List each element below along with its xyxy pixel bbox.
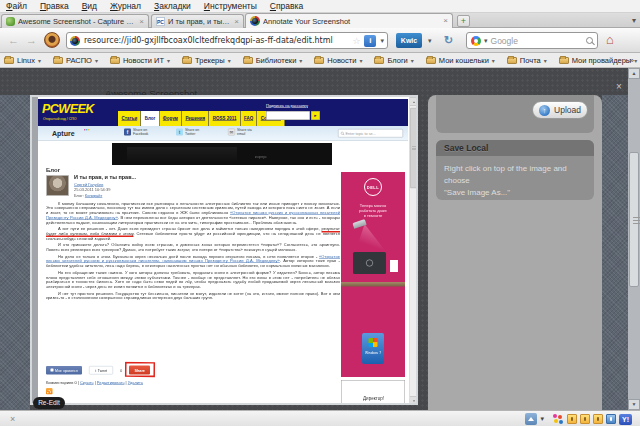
bookmark-folder-trackers[interactable]: Трекеры▾: [182, 56, 231, 65]
speed-dial-icon[interactable]: [553, 414, 564, 425]
search-bar[interactable]: ▾ Google: [466, 32, 598, 49]
menu-help[interactable]: Справка: [270, 1, 303, 11]
url-text[interactable]: resource://jid0-gxjllfbcoax0lcltedfrekqd…: [84, 36, 348, 45]
webmoney-purse-icon[interactable]: [567, 414, 577, 424]
addon-round-icon[interactable]: [44, 32, 60, 48]
folder-icon: [182, 57, 192, 64]
pcweek-nav-tabs: Статьи Блог Форум Решения ROSS 2011 FAQ …: [118, 111, 285, 126]
bookmark-folder-linux[interactable]: Linux▾: [4, 56, 41, 65]
chevron-down-icon: ▾: [38, 57, 41, 64]
bookmark-folder-raspo[interactable]: РАСПО▾: [53, 56, 98, 65]
menu-history[interactable]: Журнал: [110, 1, 141, 11]
refresh-icon[interactable]: ↻: [444, 34, 453, 47]
rss-icon: [46, 388, 53, 395]
page-left-margin: [32, 97, 38, 405]
scrollbar-thumb[interactable]: [629, 152, 639, 287]
article-date: 25.03.2011 10:54:39: [74, 188, 110, 193]
image-scrollbar[interactable]: ▲ ▼: [409, 97, 418, 405]
banner-ad-artwork: [127, 147, 237, 161]
tab-label: И ты прав, и ты прав...: [168, 17, 231, 26]
kwic-addon-button[interactable]: Kwic: [396, 33, 422, 48]
banner-ad: корпус: [112, 143, 332, 165]
search-magnifier-icon[interactable]: [586, 37, 593, 44]
back-button[interactable]: ←: [8, 35, 19, 46]
page-info-icon[interactable]: i: [364, 35, 376, 47]
bookmark-star-icon[interactable]: ☆: [352, 36, 360, 46]
tab-close-icon[interactable]: ×: [234, 18, 239, 26]
bookmark-folder-mail[interactable]: Почта▾: [507, 56, 547, 65]
menu-file[interactable]: Файл: [6, 1, 27, 11]
bookmark-folder-wallets[interactable]: Мои кошельки▾: [426, 56, 495, 65]
tab-annotate[interactable]: Annotate Your Screenshot ×: [245, 13, 453, 28]
apture-search-input: Enter topic to se...: [338, 129, 403, 138]
chevron-down-icon[interactable]: ▾: [540, 415, 544, 423]
lamp-beam: [355, 224, 387, 253]
webmoney-purse-icon[interactable]: [593, 414, 603, 424]
search-engine-dropdown-icon[interactable]: ▾: [484, 37, 488, 45]
menu-edit[interactable]: Правка: [40, 1, 69, 11]
bookmark-folder-libraries[interactable]: Библиотеки▾: [243, 56, 303, 65]
webmoney-purse-icon[interactable]: [606, 414, 616, 424]
windows-flag-icon: [369, 338, 378, 347]
upload-section: ↑ Upload: [436, 95, 594, 133]
dell-headline: Теперь можноработать дажев темноте: [341, 203, 405, 218]
upload-button[interactable]: ↑ Upload: [532, 101, 588, 119]
new-tab-button[interactable]: +: [457, 15, 470, 27]
dell-laptop-image: [353, 252, 386, 274]
annotator-side-panel: ↑ Upload Save Local Right click on top o…: [428, 95, 602, 410]
folder-icon: [53, 57, 63, 64]
tab-blog-post[interactable]: PC И ты прав, и ты прав... ×: [151, 14, 244, 28]
pcweek-tab: Статьи: [118, 111, 141, 126]
kwic-dropdown-icon[interactable]: ▾: [428, 37, 432, 45]
home-icon[interactable]: ⌂: [606, 33, 614, 46]
bookmark-folder-providers[interactable]: Мои провайдеры▾: [559, 56, 638, 65]
folder-icon: [110, 57, 120, 64]
bookmarks-overflow-icon[interactable]: »: [630, 56, 634, 65]
pcweek-tab: FAQ: [240, 111, 257, 126]
tweet-count: 0: [120, 368, 122, 373]
folder-icon: [559, 57, 569, 64]
facebook-like-button: Мне нравится: [46, 366, 82, 375]
page-scrollbar[interactable]: ▲ ▼: [628, 68, 640, 410]
twitter-icon: t: [176, 129, 183, 136]
menu-tools[interactable]: Инструменты: [204, 1, 257, 11]
tab-list-chevron-icon[interactable]: ▾: [632, 16, 636, 25]
folder-icon: [426, 57, 436, 64]
reedit-button[interactable]: Re-Edit: [33, 397, 65, 409]
browser-window: Файл Правка Вид Журнал Закладки Инструме…: [0, 0, 640, 426]
subscribe-button: ▸: [311, 111, 320, 120]
webmoney-purse-icon[interactable]: [580, 414, 590, 424]
yahoo-icon[interactable]: Y!: [619, 414, 632, 425]
url-bar[interactable]: resource://jid0-gxjllfbcoax0lcltedfrekqd…: [66, 32, 388, 49]
pcweek-tab: Решения: [182, 111, 209, 126]
paper-sheet: [390, 260, 398, 272]
scroll-down-icon[interactable]: ▼: [410, 396, 419, 405]
scroll-up-icon[interactable]: ▲: [410, 97, 419, 106]
scroll-down-icon[interactable]: ▼: [628, 399, 640, 410]
bookmark-folder-blogs[interactable]: Блоги▾: [374, 56, 413, 65]
chevron-down-icon: ▾: [411, 57, 414, 64]
like-icon: [50, 369, 53, 372]
forward-button[interactable]: →: [26, 35, 37, 46]
scroll-up-icon[interactable]: ▲: [628, 68, 640, 79]
bookmark-folder-it-news[interactable]: Новости ИТ▾: [110, 56, 170, 65]
close-icon[interactable]: ×: [616, 81, 622, 92]
next-ad-text: Директор!: [342, 396, 406, 401]
article-title: И ты прав, и ты прав...: [74, 174, 136, 180]
addon-status-icon[interactable]: [525, 413, 537, 425]
captured-screenshot: PCWEEK Открытый код / СПО Статьи Блог Фо…: [30, 95, 418, 405]
bookmarks-toolbar: Linux▾ РАСПО▾ Новости ИТ▾ Трекеры▾ Библи…: [0, 53, 640, 68]
captured-page: PCWEEK Открытый код / СПО Статьи Блог Фо…: [32, 97, 418, 405]
tab-awesome-screenshot[interactable]: Awesome Screenshot - Capture and... ×: [1, 14, 149, 28]
tab-close-icon[interactable]: ×: [443, 17, 448, 25]
bookmark-folder-news[interactable]: Новости▾: [314, 56, 362, 65]
menu-view[interactable]: Вид: [82, 1, 97, 11]
scrollbar-thumb[interactable]: [410, 108, 418, 188]
url-dropdown-icon[interactable]: ▾: [380, 37, 384, 45]
findbar-close-icon[interactable]: ×: [10, 414, 15, 424]
menu-bookmarks[interactable]: Закладки: [154, 1, 191, 11]
tab-close-icon[interactable]: ×: [139, 18, 144, 26]
twitter-bird-icon: t: [95, 368, 96, 373]
search-placeholder[interactable]: Google: [491, 36, 583, 46]
delete-link: Удалить: [128, 380, 143, 385]
